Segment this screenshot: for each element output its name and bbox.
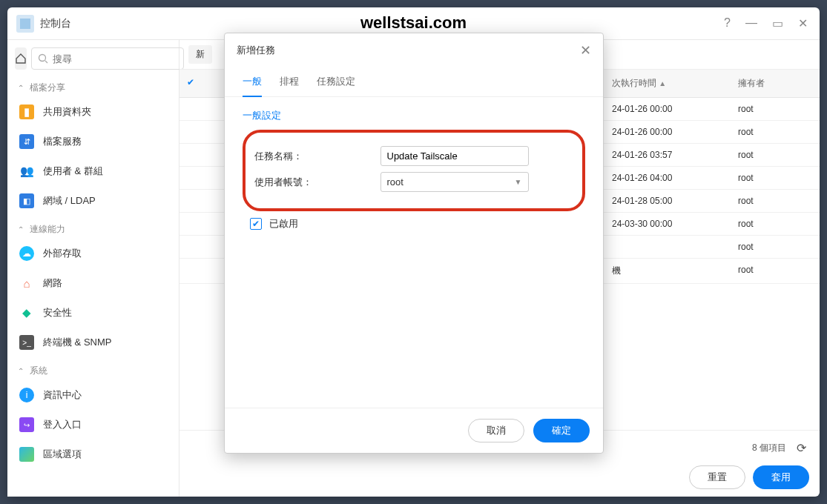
highlighted-region: 任務名稱： 使用者帳號： root ▼ — [243, 130, 585, 211]
modal-ok-button[interactable]: 確定 — [533, 419, 590, 442]
task-name-input[interactable] — [380, 146, 529, 166]
modal-cancel-button[interactable]: 取消 — [468, 419, 524, 442]
section-general-settings: 一般設定 — [243, 109, 585, 122]
user-account-label: 使用者帳號： — [254, 176, 380, 189]
tab-schedule[interactable]: 排程 — [280, 67, 299, 96]
chevron-down-icon: ▼ — [515, 178, 522, 186]
tab-task-settings[interactable]: 任務設定 — [317, 67, 355, 96]
select-value: root — [387, 176, 403, 188]
modal-title: 新增任務 — [237, 44, 275, 57]
new-task-modal: 新增任務 ✕ 一般 排程 任務設定 一般設定 任務名稱： 使用者帳號： root… — [224, 33, 604, 454]
modal-backdrop: 新增任務 ✕ 一般 排程 任務設定 一般設定 任務名稱： 使用者帳號： root… — [0, 0, 827, 504]
tab-general[interactable]: 一般 — [243, 67, 262, 97]
enabled-label: 已啟用 — [269, 217, 298, 231]
task-name-label: 任務名稱： — [254, 150, 380, 163]
enabled-checkbox[interactable]: ✔ — [250, 218, 262, 230]
modal-close-button[interactable]: ✕ — [580, 42, 591, 59]
user-account-select[interactable]: root ▼ — [380, 172, 529, 192]
